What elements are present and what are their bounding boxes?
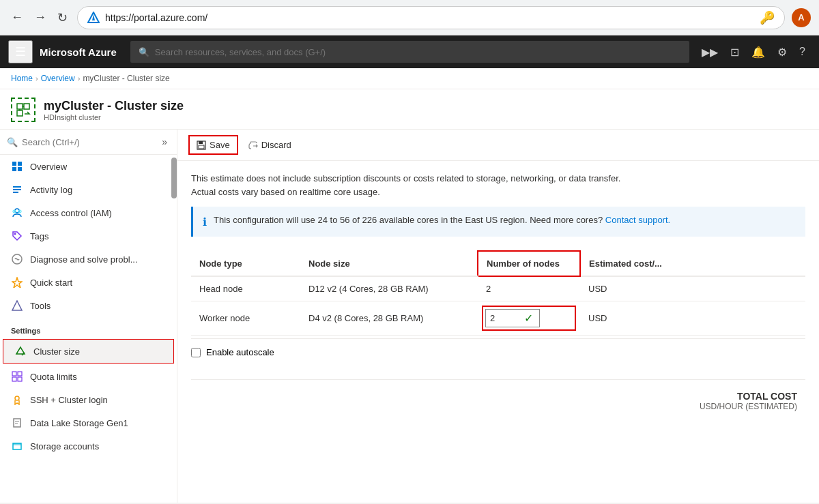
sidebar-item-label-data-lake: Data Lake Storage Gen1 [30, 418, 128, 428]
search-icon: 🔍 [139, 47, 149, 57]
sidebar-item-access-control[interactable]: Access control (IAM) [0, 201, 177, 224]
sidebar-item-overview[interactable]: Overview [0, 155, 177, 178]
sidebar-item-tools[interactable]: Tools [0, 294, 177, 317]
info-text: This configuration will use 24 to 56 of … [214, 215, 670, 225]
svg-rect-32 [199, 145, 204, 149]
forward-button[interactable]: → [31, 8, 49, 27]
user-avatar[interactable]: A [792, 8, 811, 27]
save-label: Save [210, 140, 230, 150]
sidebar-item-label-quick-start: Quick start [30, 278, 72, 288]
worker-node-size: D4 v2 (8 Cores, 28 GB RAM) [300, 301, 478, 336]
sidebar-item-label-diagnose: Diagnose and solve probl... [30, 254, 138, 265]
directory-button[interactable]: ⊡ [725, 40, 745, 64]
main-layout: 🔍 » Overview [0, 130, 819, 503]
sidebar-item-quota-limits[interactable]: Quota limits [0, 365, 177, 388]
sidebar-nav: Overview Activity log Access control (IA… [0, 155, 177, 503]
help-button[interactable]: ? [794, 40, 811, 63]
cluster-icon [11, 98, 35, 122]
worker-node-type: Worker node [191, 301, 300, 336]
breadcrumb-current: myCluster - Cluster size [83, 74, 169, 83]
hamburger-menu[interactable]: ☰ [8, 40, 33, 63]
topnav-icons: ▶▶ ⊡ 🔔 ⚙ ? [696, 40, 811, 64]
sidebar-search-input[interactable] [22, 137, 155, 147]
contact-support-link[interactable]: Contact support. [605, 215, 670, 225]
storage-accounts-icon [11, 440, 23, 452]
enable-autoscale-checkbox[interactable] [191, 348, 201, 357]
breadcrumb-sep-2: › [78, 74, 81, 83]
sidebar-item-label-ssh-login: SSH + Cluster login [30, 395, 108, 405]
svg-rect-10 [18, 167, 22, 171]
svg-rect-3 [24, 104, 29, 109]
diagnose-icon [11, 253, 23, 265]
sidebar-item-diagnose[interactable]: Diagnose and solve probl... [0, 248, 177, 271]
sidebar-collapse-button[interactable]: » [159, 135, 170, 149]
quick-start-icon [11, 276, 23, 288]
topnav-search-input[interactable] [155, 47, 681, 57]
sidebar-container: 🔍 » Overview [0, 130, 177, 503]
page-subtitle: HDInsight cluster [44, 113, 184, 121]
autoscale-label[interactable]: Enable autoscale [206, 347, 274, 357]
worker-node-cost: USD [580, 301, 805, 336]
col-header-node-size: Node size [300, 251, 478, 276]
info-box: ℹ This configuration will use 24 to 56 o… [191, 207, 805, 237]
worker-node-check-icon: ✓ [524, 312, 533, 325]
page-title: myCluster - Cluster size [44, 99, 184, 113]
browser-nav-buttons: ← → ↻ [8, 8, 70, 28]
worker-node-count-input[interactable] [490, 313, 524, 323]
disclaimer-text: This estimate does not include subscript… [191, 172, 805, 198]
sidebar-item-quick-start[interactable]: Quick start [0, 271, 177, 294]
sidebar: 🔍 » Overview [0, 130, 177, 503]
svg-point-17 [14, 233, 16, 235]
settings-button[interactable]: ⚙ [772, 40, 792, 64]
sidebar-item-activity-log[interactable]: Activity log [0, 178, 177, 201]
azure-logo-icon [87, 12, 100, 24]
sidebar-item-label-storage-accounts: Storage accounts [30, 441, 99, 451]
back-button[interactable]: ← [8, 8, 26, 27]
sidebar-item-ssh-login[interactable]: SSH + Cluster login [0, 388, 177, 411]
url-text: https://portal.azure.com/ [105, 12, 207, 23]
svg-rect-29 [13, 443, 21, 445]
sidebar-item-storage-accounts[interactable]: Storage accounts [0, 434, 177, 458]
col-header-number-of-nodes: Number of nodes [478, 251, 580, 276]
sidebar-scrollbar-thumb[interactable] [171, 158, 177, 198]
save-button[interactable]: Save [188, 135, 238, 155]
sidebar-item-label-tools: Tools [30, 301, 51, 311]
sidebar-item-cluster-size[interactable]: Cluster size [3, 339, 174, 364]
sidebar-item-tags[interactable]: Tags [0, 224, 177, 248]
svg-rect-11 [13, 186, 21, 188]
svg-point-24 [15, 396, 19, 400]
overview-icon [11, 160, 23, 173]
discard-label: Discard [261, 140, 291, 150]
tools-icon [11, 299, 23, 312]
tags-icon [11, 230, 23, 242]
total-cost-area: TOTAL COST USD/HOUR (ESTIMATED) [191, 379, 805, 411]
quota-limits-icon [11, 370, 23, 383]
table-row-worker-node: Worker node D4 v2 (8 Cores, 28 GB RAM) ✓… [191, 301, 805, 336]
sidebar-item-label-tags: Tags [30, 231, 48, 241]
key-icon: 🔑 [760, 10, 775, 25]
svg-rect-13 [13, 192, 18, 193]
breadcrumb-home[interactable]: Home [11, 74, 33, 83]
azure-brand: Microsoft Azure [40, 46, 117, 58]
head-node-cost: USD [580, 276, 805, 301]
cloud-shell-button[interactable]: ▶▶ [696, 40, 723, 64]
autoscale-row: Enable autoscale [191, 338, 805, 366]
discard-button[interactable]: Discard [241, 136, 299, 154]
ssh-login-icon [11, 394, 23, 406]
svg-rect-9 [12, 167, 16, 171]
breadcrumb-overview[interactable]: Overview [41, 74, 75, 83]
refresh-button[interactable]: ↻ [55, 8, 70, 28]
worker-node-count-cell: ✓ [478, 301, 580, 336]
worker-node-input-wrapper[interactable]: ✓ [485, 309, 540, 327]
svg-rect-2 [17, 104, 23, 109]
col-header-estimated-cost: Estimated cost/... [580, 251, 805, 276]
sidebar-item-data-lake[interactable]: Data Lake Storage Gen1 [0, 411, 177, 434]
page-header: myCluster - Cluster size HDInsight clust… [0, 89, 819, 130]
discard-icon [248, 140, 258, 150]
access-control-icon [11, 207, 23, 219]
address-bar[interactable]: https://portal.azure.com/ 🔑 [77, 6, 785, 29]
head-node-count: 2 [478, 276, 580, 301]
toolbar: Save Discard [177, 130, 819, 161]
topnav-search-container[interactable]: 🔍 [130, 41, 689, 63]
notifications-button[interactable]: 🔔 [746, 40, 771, 64]
